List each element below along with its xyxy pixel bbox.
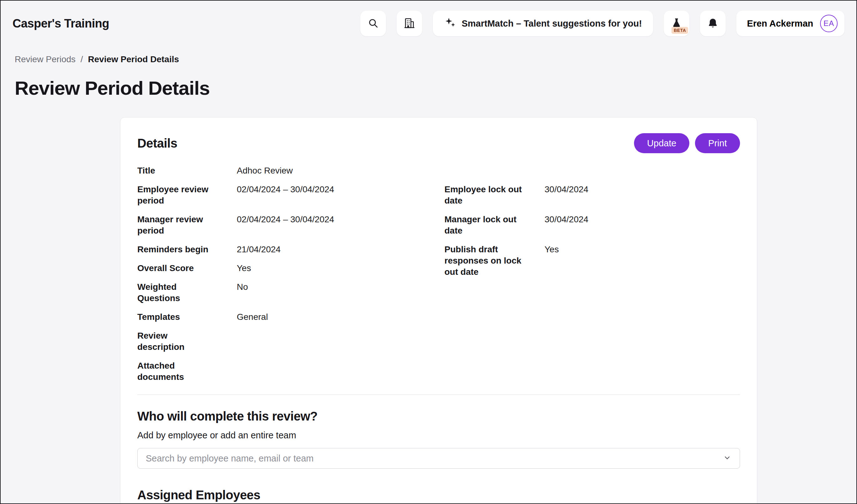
breadcrumb: Review Periods / Review Period Details [1,46,856,65]
field-value: Yes [237,259,444,278]
notifications-button[interactable] [700,11,726,36]
field-value: 30/04/2024 [544,180,740,210]
field-label: Reminders begin [137,240,237,259]
field-label: Employee lock out date [444,180,544,210]
details-header: Details Update Print [137,133,740,153]
labs-button[interactable]: BETA [664,11,689,36]
field-label: Weighted Questions [137,278,237,308]
sparkles-icon [444,17,456,31]
field-value [237,357,444,386]
print-button[interactable]: Print [695,133,740,153]
top-header: Casper's Training [1,1,856,46]
breadcrumb-link-review-periods[interactable]: Review Periods [15,54,76,65]
field-row-employee-review-period: Employee review period 02/04/2024 – 30/0… [137,180,444,210]
review-period-details-card: Details Update Print Title Adhoc Review … [120,117,757,504]
field-row-manager-lock-out-date: Manager lock out date 30/04/2024 [444,210,740,240]
field-label: Overall Score [137,259,237,278]
details-actions: Update Print [634,133,740,153]
field-row-overall-score: Overall Score Yes [137,259,444,278]
details-fields-right: Employee lock out date 30/04/2024 Manage… [444,161,740,386]
building-icon [403,17,415,30]
details-fields-left: Title Adhoc Review Employee review perio… [137,161,444,386]
details-fields: Title Adhoc Review Employee review perio… [137,161,740,386]
field-value: 30/04/2024 [544,210,740,240]
organisation-button[interactable] [397,11,422,36]
section-divider [137,395,740,395]
field-row-title: Title Adhoc Review [137,161,444,180]
field-value: Yes [544,240,740,281]
field-value: Adhoc Review [237,161,444,180]
smartmatch-button[interactable]: SmartMatch – Talent suggestions for you! [433,11,653,36]
field-value: 02/04/2024 – 30/04/2024 [237,180,444,210]
field-label: Manager lock out date [444,210,544,240]
field-value: 21/04/2024 [237,240,444,259]
field-label: Templates [137,308,237,326]
who-will-complete-subtext: Add by employee or add an entire team [137,430,740,440]
field-row-templates: Templates General [137,308,444,326]
avatar: EA [820,15,838,32]
field-row-publish-draft-responses: Publish draft responses on lock out date… [444,240,740,281]
user-menu[interactable]: Eren Ackerman EA [736,11,844,36]
who-will-complete-heading: Who will complete this review? [137,409,740,423]
details-heading: Details [137,136,177,151]
search-icon [368,18,379,29]
field-row-weighted-questions: Weighted Questions No [137,278,444,308]
field-row-employee-lock-out-date: Employee lock out date 30/04/2024 [444,180,740,210]
field-label: Review description [137,326,237,357]
header-actions: SmartMatch – Talent suggestions for you!… [360,11,844,36]
field-row-manager-review-period: Manager review period 02/04/2024 – 30/04… [137,210,444,240]
field-row-attached-documents: Attached documents [137,357,444,386]
smartmatch-label: SmartMatch – Talent suggestions for you! [461,18,642,29]
field-value: General [237,308,444,326]
app-title: Casper's Training [13,17,109,30]
chevron-down-icon [723,453,732,463]
employee-team-search-select[interactable] [137,448,740,469]
breadcrumb-current: Review Period Details [88,54,179,65]
employee-team-search-input[interactable] [146,453,723,464]
page-title: Review Period Details [1,65,856,99]
user-name: Eren Ackerman [747,18,813,29]
field-label: Title [137,161,237,180]
field-value: 02/04/2024 – 30/04/2024 [237,210,444,240]
field-label: Employee review period [137,180,237,210]
field-label: Publish draft responses on lock out date [444,240,544,281]
field-label: Attached documents [137,357,237,386]
field-label: Manager review period [137,210,237,240]
field-value [237,326,444,357]
breadcrumb-separator: / [81,54,83,65]
field-value: No [237,278,444,308]
field-row-review-description: Review description [137,326,444,357]
search-button[interactable] [360,11,386,36]
bell-icon [707,18,719,30]
beta-badge: BETA [672,27,688,34]
app-screen: Casper's Training [0,0,857,504]
assigned-employees-heading: Assigned Employees [137,488,740,502]
update-button[interactable]: Update [634,133,690,153]
field-row-reminders-begin: Reminders begin 21/04/2024 [137,240,444,259]
